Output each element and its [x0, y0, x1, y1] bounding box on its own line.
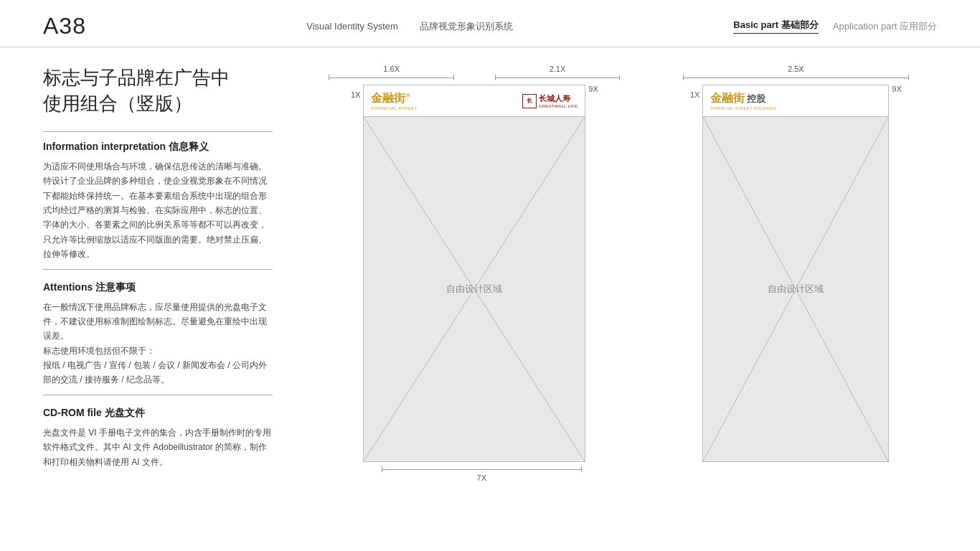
header-nav: Basic part 基础部分 Application part 应用部分: [733, 19, 937, 34]
dim-label-1-6x: 1.6X: [383, 65, 400, 73]
diagram-2-outer: 1X 金融街 控股 FIN: [690, 85, 902, 462]
nav-basic-part[interactable]: Basic part 基础部分: [733, 19, 818, 34]
page: A38 Visual Identity System 品牌视觉形象识别系统 Ba…: [0, 0, 980, 551]
diagrams-row: 1.6X 2.1X: [308, 65, 937, 482]
section1-text: 为适应不同使用场合与环境，确保信息传达的清晰与准确。特设计了企业品牌的多种组合，…: [43, 159, 273, 262]
side-label-1x: 1X: [351, 90, 360, 99]
content: 标志与子品牌在广告中使用组合（竖版） Information interpret…: [0, 47, 980, 551]
header-center: Visual Identity System 品牌视觉形象识别系统: [306, 20, 513, 33]
diagram-1-header: 金融街® FINANCIAL STREET 长: [364, 85, 585, 117]
vi-system-title: Visual Identity System: [306, 21, 398, 32]
logo-jrj-text: 金融街®: [371, 91, 417, 106]
nav-application-part[interactable]: Application part 应用部分: [833, 20, 937, 33]
gwlife-sub: GREATWALL LIFE: [539, 104, 578, 108]
section1-title: Information interpretation 信息释义: [43, 141, 273, 154]
page-code: A38: [43, 13, 86, 39]
side-label-9x-1: 9X: [588, 85, 598, 93]
diagram-1-body: 自由设计区域: [364, 117, 585, 461]
bottom-label-7x: 7X: [477, 474, 486, 482]
logo-holdings-sub: FINANCIAL STREET HOLDINGS: [710, 106, 776, 110]
section2-text: 在一般情况下使用品牌标志，应尽量使用提供的光盘电子文件，不建议使用标准制图绘制标…: [43, 300, 273, 387]
header: A38 Visual Identity System 品牌视觉形象识别系统 Ba…: [0, 0, 980, 47]
diagram-2-header: 金融街 控股 FINANCIAL STREET HOLDINGS: [703, 85, 888, 117]
divider-2: [43, 269, 273, 270]
diagram-2-body-label: 自由设计区域: [768, 283, 824, 296]
side-label-9x-2: 9X: [892, 85, 901, 93]
gwlife-name: 长城人寿: [539, 93, 578, 104]
logo-jrj: 金融街® FINANCIAL STREET: [371, 91, 417, 110]
divider-3: [43, 395, 273, 395]
diagram-1-body-label: 自由设计区域: [446, 283, 502, 296]
diagram-2-inner: 金融街 控股 FINANCIAL STREET HOLDINGS: [702, 85, 889, 462]
diagram-2-body: 自由设计区域: [703, 117, 888, 461]
dim-label-2-1x: 2.1X: [550, 65, 566, 73]
section3-text: 光盘文件是 VI 手册电子文件的集合，内含手册制作时的专用软件格式文件。其中 A…: [43, 425, 273, 469]
page-title: 标志与子品牌在广告中使用组合（竖版）: [43, 65, 273, 117]
right-panel: 1.6X 2.1X: [308, 47, 937, 551]
vi-system-subtitle: 品牌视觉形象识别系统: [420, 20, 513, 33]
diagram-2: 2.5X 1X: [655, 65, 937, 462]
logo-jrj-sub: FINANCIAL STREET: [371, 106, 417, 110]
section3-title: CD-ROM file 光盘文件: [43, 407, 273, 420]
section2-title: Attentions 注意事项: [43, 281, 273, 294]
logo-holdings: 金融街 控股 FINANCIAL STREET HOLDINGS: [710, 91, 776, 110]
diagram-1-outer: 1X 金融街® FINANCIAL STREET: [351, 85, 598, 462]
side-label-1x-2: 1X: [690, 90, 699, 99]
diagram-1: 1.6X 2.1X: [308, 65, 641, 482]
divider-1: [43, 131, 273, 132]
diagram-1-inner: 金融街® FINANCIAL STREET 长: [363, 85, 585, 462]
dim-label-2-5x: 2.5X: [788, 65, 804, 73]
logo-holdings-main: 金融街: [710, 91, 745, 106]
logo-gwlife: 长 长城人寿 GREATWALL LIFE: [522, 93, 578, 108]
gwlife-icon-box: 长: [522, 94, 537, 108]
left-panel: 标志与子品牌在广告中使用组合（竖版） Information interpret…: [43, 47, 287, 551]
logo-holdings-suffix: 控股: [747, 93, 765, 105]
